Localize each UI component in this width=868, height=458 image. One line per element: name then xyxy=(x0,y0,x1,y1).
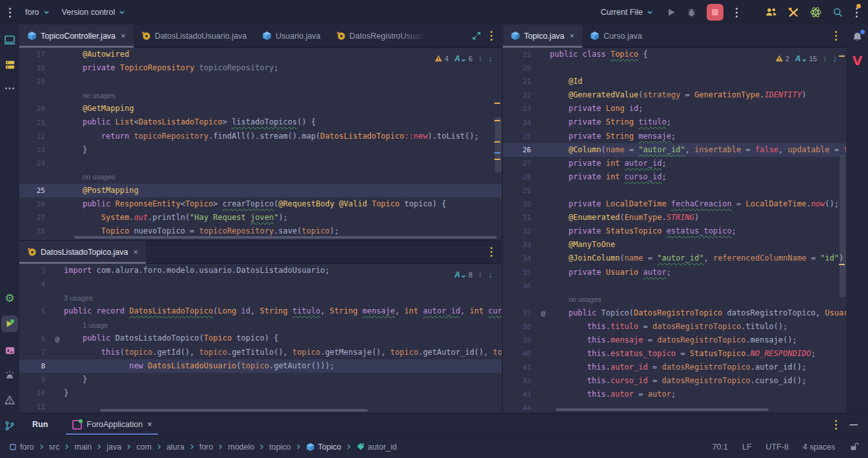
code-line[interactable]: 21 @Id xyxy=(503,75,846,88)
h-scrollbar-thumb[interactable] xyxy=(100,409,368,412)
minimize-icon[interactable]: — xyxy=(850,420,858,429)
code-line[interactable]: 7 this(topico.getId(), topico.getTitulo(… xyxy=(19,346,501,359)
tab-options-kebab-icon[interactable] xyxy=(488,28,495,43)
scrollbar-thumb[interactable] xyxy=(840,155,846,297)
breadcrumb-item[interactable]: topico xyxy=(269,443,290,452)
code-line[interactable]: 41 this.autor_id = datosRegistroTopico.a… xyxy=(503,361,846,374)
breadcrumb-item[interactable]: modelo xyxy=(228,443,254,452)
tab-options-kebab-icon[interactable] xyxy=(488,244,495,259)
more-tool-windows-button[interactable] xyxy=(0,86,19,90)
code-line[interactable]: 27 private int autor_id; xyxy=(503,157,846,170)
inlay-hint-line[interactable]: no usages xyxy=(503,293,846,306)
code-line[interactable]: 3import com.alura.foro.modelo.usuario.Da… xyxy=(19,264,501,277)
code-line[interactable]: 34 @JoinColumn(name = "autor_id", refere… xyxy=(503,252,846,265)
code-line[interactable]: 32 private StatusTopico estatus_topico; xyxy=(503,224,846,238)
search-icon[interactable] xyxy=(832,6,843,18)
annotation-gutter-icon[interactable]: @ xyxy=(536,309,550,317)
editor-topico[interactable]: 19public class Topico {2021 @Id22 @Gener… xyxy=(503,48,846,413)
v-plugin-button[interactable]: V xyxy=(846,53,868,68)
settings-kebab-icon[interactable] xyxy=(853,5,860,20)
code-line[interactable]: 23 private Long id; xyxy=(503,102,846,115)
code-line[interactable]: 30 private LocalDateTime fechaCreacion =… xyxy=(503,197,846,211)
indent-setting[interactable]: 4 spaces xyxy=(803,443,835,452)
run-more-icon[interactable] xyxy=(733,5,740,20)
run-button[interactable] xyxy=(666,7,676,17)
breadcrumb-item[interactable]: Topico xyxy=(306,443,341,452)
code-line[interactable]: 20 @GetMapping xyxy=(19,102,501,115)
code-line[interactable]: 42 this.curso_id = datosRegistroTopico.c… xyxy=(503,374,846,388)
vcs-widget[interactable]: Version control xyxy=(62,8,126,17)
tab-usuario[interactable]: Usuario.java xyxy=(254,25,328,47)
code-line[interactable]: 17 @Autowired xyxy=(19,48,501,61)
code-with-me-users-icon[interactable] xyxy=(765,6,778,19)
close-icon[interactable]: × xyxy=(119,31,126,41)
code-line[interactable]: 24 private String titulo; xyxy=(503,115,846,129)
expand-icon[interactable] xyxy=(472,31,481,41)
tools-icon[interactable] xyxy=(787,6,800,19)
code-line[interactable]: 28 private int curso_id; xyxy=(503,170,846,184)
breadcrumb-item[interactable]: alura xyxy=(167,443,185,452)
project-tool-button[interactable] xyxy=(0,34,19,46)
services-tool-button[interactable]: ⚙ xyxy=(0,293,19,304)
breadcrumb-item[interactable]: java xyxy=(106,443,121,452)
code-line[interactable]: 25 @PostMapping xyxy=(19,184,501,197)
editor-topico-controller[interactable]: 17 @Autowired18 private TopicoRepository… xyxy=(19,48,501,240)
next-problem-arrow[interactable]: ↓ xyxy=(489,54,493,63)
next-problem-arrow[interactable]: ↓ xyxy=(489,270,493,279)
prev-problem-arrow[interactable]: ↑ xyxy=(478,54,483,63)
code-line[interactable]: 21 public List<DatosListadoTopico> lista… xyxy=(19,115,501,129)
code-line[interactable]: 37@ public Topico(DatosRegistroTopico da… xyxy=(503,306,846,320)
project-widget[interactable]: foro xyxy=(25,8,50,17)
science-atom-icon[interactable] xyxy=(809,6,822,19)
problems-tool-button[interactable] xyxy=(0,394,19,406)
code-line[interactable]: 8 new DatosListadoUsuario(topico.getAuto… xyxy=(19,359,501,373)
code-line[interactable]: 9 } xyxy=(19,373,501,386)
unlock-icon[interactable] xyxy=(849,442,859,452)
stop-button[interactable] xyxy=(707,4,723,21)
tab-topico[interactable]: Topico.java × xyxy=(503,25,582,47)
h-scrollbar-thumb[interactable] xyxy=(74,236,497,239)
code-line[interactable]: 4 xyxy=(19,277,501,291)
run-tab-foro-application[interactable]: ForoApplication × xyxy=(65,413,159,435)
code-line[interactable]: 10} xyxy=(19,386,501,400)
database-tool-button[interactable] xyxy=(0,59,19,70)
code-line[interactable]: 19 xyxy=(19,75,501,88)
editor-datos-listado-topico[interactable]: 3import com.alura.foro.modelo.usuario.Da… xyxy=(19,264,501,413)
code-line[interactable]: 26 public ResponseEntity<Topico> crearTo… xyxy=(19,197,501,211)
inlay-hint-line[interactable]: 3 usages xyxy=(19,291,501,304)
tab-datos-listado-topico[interactable]: DatosListadoTopico.java × xyxy=(19,241,146,263)
main-menu-icon[interactable] xyxy=(6,5,14,20)
tab-datos-listado-usuario[interactable]: DatosListadoUsuario.java xyxy=(134,25,254,47)
breadcrumb-item[interactable]: src xyxy=(49,443,60,452)
code-line[interactable]: 6@ public DatosListadoTopico(Topico topi… xyxy=(19,332,501,345)
code-line[interactable]: 26 @Column(name = "autor_id", insertable… xyxy=(503,143,846,157)
inlay-hint-line[interactable]: no usages xyxy=(19,88,501,102)
run-tool-button-active[interactable] xyxy=(0,315,19,332)
breadcrumb-item[interactable]: foro xyxy=(199,443,214,452)
code-line[interactable]: 39 this.mensaje = datosRegistroTopico.me… xyxy=(503,334,846,347)
prev-problem-arrow[interactable]: ↑ xyxy=(823,54,827,63)
scrollbar-thumb[interactable] xyxy=(495,117,501,173)
next-problem-arrow[interactable]: ↓ xyxy=(833,54,838,63)
breadcrumb-item[interactable]: foro xyxy=(9,443,34,452)
code-line[interactable]: 5public record DatosListadoTopico(Long i… xyxy=(19,304,501,318)
prev-problem-arrow[interactable]: ↑ xyxy=(478,270,483,279)
run-config-selector[interactable]: Current File xyxy=(601,8,654,17)
inlay-hint-line[interactable]: no usages xyxy=(19,170,501,184)
code-line[interactable]: 40 this.estatus_topico = StatusTopico.NO… xyxy=(503,347,846,361)
terminal-tool-button[interactable] xyxy=(0,345,19,356)
code-line[interactable]: 33 @ManyToOne xyxy=(503,238,846,252)
close-icon[interactable]: × xyxy=(569,31,575,41)
inspection-widget[interactable]: 4 A⌄6 ↑ ↓ xyxy=(434,54,492,63)
code-line[interactable]: 35 private Usuario autor; xyxy=(503,266,846,279)
line-ending[interactable]: LF xyxy=(742,443,752,452)
breadcrumb-item[interactable]: main xyxy=(74,443,92,452)
code-line[interactable]: 29 xyxy=(503,184,846,197)
code-line[interactable]: 24 xyxy=(19,157,501,170)
code-line[interactable]: 18 private TopicoRepository topicoReposi… xyxy=(19,61,501,75)
breadcrumb-item[interactable]: autor_id xyxy=(356,443,397,452)
git-tool-button[interactable] xyxy=(0,420,19,432)
build-siren-tool-button[interactable] xyxy=(0,369,19,381)
tab-datos-registro-usuario[interactable]: DatosRegistroUsuario xyxy=(328,25,436,47)
code-line[interactable]: 23 } xyxy=(19,143,501,157)
